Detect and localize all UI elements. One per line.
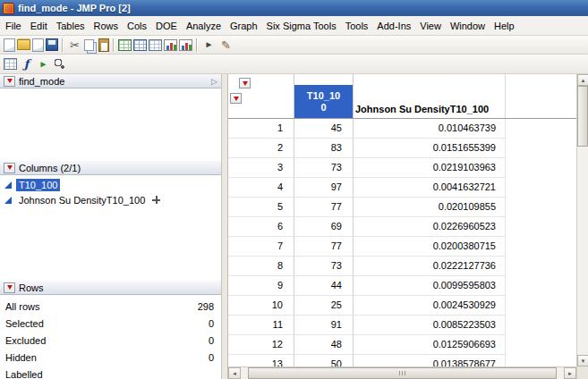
menu-item[interactable]: Tools	[341, 18, 373, 34]
density-cell[interactable]: 0.0219103963	[354, 158, 506, 178]
table-row[interactable]: 2 83 0.0151655399	[228, 139, 576, 158]
rows-stat-row[interactable]: Hidden 0	[0, 349, 221, 366]
table-row[interactable]: 5 77 0.020109855	[228, 198, 576, 217]
column-item-label[interactable]: T10_100	[16, 179, 60, 191]
cut-icon[interactable]: ✂	[67, 38, 82, 53]
menu-item[interactable]: Rows	[89, 18, 124, 34]
column-list-item-johnson-density[interactable]: Johnson Su DensityT10_100	[0, 192, 221, 207]
table-row[interactable]: 4 97 0.0041632721	[228, 178, 576, 198]
rows-stat-row[interactable]: Excluded 0	[0, 332, 221, 349]
row-number-cell[interactable]: 9	[228, 276, 294, 296]
vertical-scrollbar-thumb[interactable]	[577, 86, 588, 147]
graph-builder-icon[interactable]	[164, 39, 177, 51]
table-row[interactable]: 12 48 0.0125906693	[228, 335, 576, 355]
t10-100-cell[interactable]: 25	[294, 296, 354, 316]
density-cell[interactable]: 0.010463739	[354, 119, 506, 139]
menu-item[interactable]: Help	[490, 18, 519, 34]
menu-item[interactable]: Six Sigma Tools	[262, 18, 341, 34]
column-header-t10-100-selected[interactable]: T10_10 0	[294, 85, 353, 118]
density-cell[interactable]: 0.0024530929	[354, 296, 506, 316]
table-row[interactable]: 3 73 0.0219103963	[228, 158, 576, 178]
table-row[interactable]: 10 25 0.0024530929	[228, 296, 576, 316]
new-data-table-icon[interactable]	[4, 38, 15, 52]
column-header-t10-100[interactable]: T10_10 0	[294, 74, 354, 118]
new-journal-icon[interactable]	[32, 38, 44, 52]
run-script-icon[interactable]: ►	[36, 56, 51, 72]
row-number-cell[interactable]: 7	[228, 237, 294, 257]
density-cell[interactable]: 0.0125906693	[354, 335, 506, 355]
formula-editor-icon[interactable]: ƒ	[19, 56, 34, 72]
t10-100-cell[interactable]: 77	[294, 198, 354, 217]
v-scroll-track[interactable]	[577, 147, 588, 355]
table-row[interactable]: 8 73 0.0222127736	[228, 257, 576, 276]
row-number-cell[interactable]: 11	[228, 316, 294, 335]
menu-item[interactable]: Add-Ins	[372, 18, 415, 34]
row-number-cell[interactable]: 3	[228, 158, 294, 178]
t10-100-cell[interactable]: 97	[294, 178, 354, 198]
row-number-cell[interactable]: 13	[228, 355, 294, 366]
summary-table-icon[interactable]	[133, 39, 147, 51]
density-cell[interactable]: 0.0041632721	[354, 178, 506, 198]
zoom-icon[interactable]	[53, 57, 66, 71]
grid-corner-cell[interactable]	[228, 74, 294, 118]
save-icon[interactable]	[46, 38, 58, 51]
menu-item[interactable]: Graph	[226, 18, 262, 34]
rows-red-triangle-icon[interactable]	[4, 282, 15, 293]
t10-100-cell[interactable]: 73	[294, 257, 354, 276]
density-cell[interactable]: 0.020109855	[354, 198, 506, 217]
paste-icon[interactable]	[98, 38, 109, 52]
density-cell[interactable]: 0.0138578677	[354, 355, 506, 366]
row-number-cell[interactable]: 8	[228, 257, 294, 276]
menu-item[interactable]: Analyze	[182, 18, 226, 34]
t10-100-cell[interactable]: 45	[294, 119, 354, 139]
menu-item[interactable]: View	[415, 18, 446, 34]
t10-100-cell[interactable]: 91	[294, 316, 354, 335]
row-number-cell[interactable]: 6	[228, 217, 294, 237]
menu-item[interactable]: File	[1, 18, 26, 34]
formula-column-icon[interactable]	[152, 196, 160, 204]
density-cell[interactable]: 0.0085223503	[354, 316, 506, 335]
title-bar[interactable]: find_mode - JMP Pro [2]	[0, 0, 588, 16]
t10-100-cell[interactable]: 44	[294, 276, 354, 296]
open-icon[interactable]	[17, 39, 30, 50]
density-cell[interactable]: 0.0226960523	[354, 217, 506, 237]
menu-item[interactable]: Tables	[52, 18, 89, 34]
row-number-cell[interactable]: 4	[228, 178, 294, 198]
rows-stat-row[interactable]: Selected 0	[0, 315, 221, 332]
row-number-cell[interactable]: 5	[228, 198, 294, 217]
t10-100-cell[interactable]: 73	[294, 158, 354, 178]
selection-tool-icon[interactable]: ►	[201, 38, 217, 53]
menu-item[interactable]: Window	[446, 18, 490, 34]
table-row[interactable]: 6 69 0.0226960523	[228, 217, 576, 237]
h-scroll-track[interactable]	[241, 367, 248, 379]
distribution-icon[interactable]	[179, 39, 192, 51]
density-cell[interactable]: 0.0151655399	[354, 139, 506, 158]
table-row[interactable]: 7 77 0.0200380715	[228, 237, 576, 257]
copy-icon[interactable]	[84, 39, 94, 51]
table-row[interactable]: 13 50 0.0138578677	[228, 355, 576, 366]
horizontal-scrollbar-thumb[interactable]	[248, 367, 557, 379]
row-number-cell[interactable]: 2	[228, 139, 294, 158]
annotate-icon[interactable]: ✎	[218, 38, 234, 53]
column-item-label[interactable]: Johnson Su DensityT10_100	[16, 194, 148, 206]
scroll-up-icon[interactable]: ▲	[577, 74, 588, 86]
table-red-triangle-icon[interactable]	[4, 76, 15, 87]
columns-red-triangle-icon[interactable]	[4, 163, 15, 173]
t10-100-cell[interactable]: 69	[294, 217, 354, 237]
panel-expand-icon[interactable]: ▷	[211, 77, 217, 86]
table-row[interactable]: 11 91 0.0085223503	[228, 316, 576, 335]
columns-menu-icon[interactable]	[239, 78, 251, 88]
scroll-left-icon[interactable]: ◄	[228, 367, 241, 379]
table-row[interactable]: 1 45 0.010463739	[228, 119, 576, 139]
t10-100-cell[interactable]: 83	[294, 139, 354, 158]
menu-item[interactable]: Edit	[26, 18, 52, 34]
t10-100-cell[interactable]: 48	[294, 335, 354, 355]
row-number-cell[interactable]: 1	[228, 119, 294, 139]
scroll-right-icon[interactable]: ►	[564, 367, 576, 379]
rows-menu-icon[interactable]	[230, 93, 242, 104]
t10-100-cell[interactable]: 77	[294, 237, 354, 257]
rows-stat-row[interactable]: All rows 298	[0, 298, 221, 315]
grid-view-icon[interactable]	[4, 58, 17, 70]
h-scroll-track[interactable]	[557, 367, 564, 379]
column-list-item-t10-100[interactable]: T10_100	[0, 177, 221, 192]
